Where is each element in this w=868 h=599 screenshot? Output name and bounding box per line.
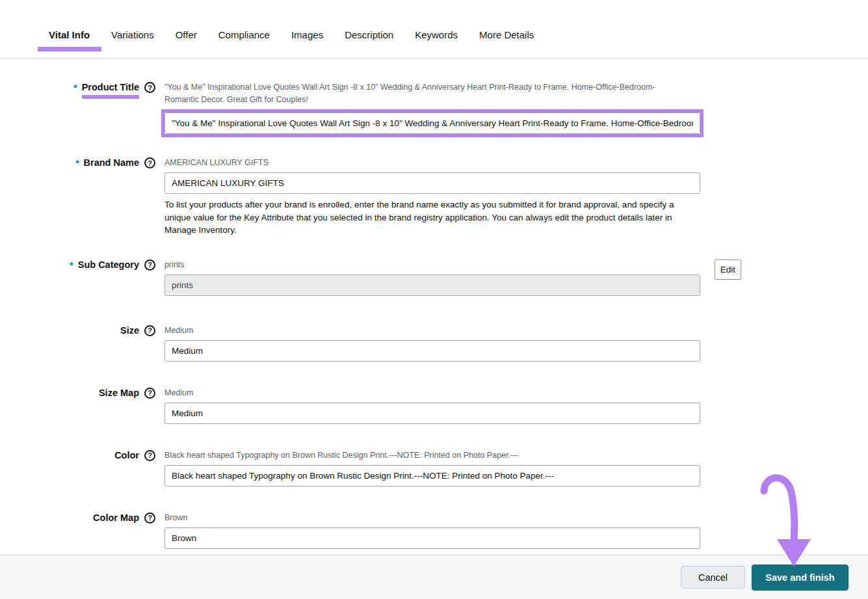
brand-name-helper-text: AMERICAN LUXURY GIFTS [164,157,868,169]
color-map-row: Color Map ? Brown [0,512,868,549]
vital-info-form: * Product Title ? "You & Me" Inspiration… [0,59,868,549]
tab-vital-info[interactable]: Vital Info [49,29,90,40]
brand-name-description: To list your products after your brand i… [164,198,691,237]
tab-more-details[interactable]: More Details [479,29,534,40]
color-map-input[interactable] [164,527,700,549]
tab-bar: Vital Info Variations Offer Compliance I… [0,0,868,59]
color-map-label: Color Map [93,512,139,523]
size-input[interactable] [164,340,700,362]
product-title-row: * Product Title ? "You & Me" Inspiration… [0,81,868,137]
size-label: Size [120,325,139,336]
tab-keywords[interactable]: Keywords [415,29,458,40]
product-title-helper-text: "You & Me" Inspirational Love Quotes Wal… [164,81,678,106]
tab-compliance[interactable]: Compliance [218,29,270,40]
required-marker: * [73,83,77,93]
tab-description[interactable]: Description [345,29,393,40]
brand-name-label: Brand Name [84,157,139,168]
annotation-highlight-box [161,109,704,137]
help-icon[interactable]: ? [144,450,155,461]
help-icon[interactable]: ? [144,325,155,336]
color-helper-text: Black heart shaped Typography on Brown R… [164,449,868,462]
help-icon[interactable]: ? [144,512,155,524]
cancel-button[interactable]: Cancel [681,566,745,589]
brand-name-row: * Brand Name ? AMERICAN LUXURY GIFTS To … [0,157,868,237]
tab-offer[interactable]: Offer [176,29,197,40]
sub-category-label: Sub Category [78,260,139,270]
size-map-input[interactable] [164,403,700,424]
sub-category-input [164,274,700,296]
color-map-helper-text: Brown [164,512,868,524]
size-map-row: Size Map ? Medium [0,387,868,424]
help-icon[interactable]: ? [144,388,155,399]
color-label: Color [114,450,139,460]
save-and-finish-button[interactable]: Save and finish [752,565,848,591]
product-title-input[interactable] [164,113,700,134]
required-marker: * [75,158,79,168]
help-icon[interactable]: ? [144,82,155,93]
help-icon[interactable]: ? [144,260,155,271]
action-footer: Cancel Save and finish [0,555,868,599]
tab-variations[interactable]: Variations [111,29,154,40]
tab-images[interactable]: Images [291,29,323,40]
help-icon[interactable]: ? [144,157,155,168]
brand-name-input[interactable] [164,172,700,194]
required-marker: * [70,260,73,271]
sub-category-helper-text: prints [164,259,868,271]
size-map-helper-text: Medium [164,387,868,399]
edit-sub-category-button[interactable]: Edit [715,260,741,280]
product-title-label: Product Title [82,82,139,92]
size-helper-text: Medium [164,325,868,337]
sub-category-row: * Sub Category ? prints Edit [0,259,868,296]
color-input[interactable] [164,465,700,486]
size-map-label: Size Map [99,388,139,398]
color-row: Color ? Black heart shaped Typography on… [0,449,868,486]
size-row: Size ? Medium [0,325,868,362]
